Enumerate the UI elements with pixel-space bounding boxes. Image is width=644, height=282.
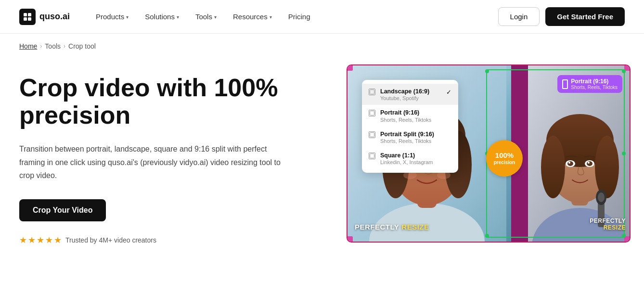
svg-rect-0 [24,13,27,16]
dropdown-portrait-split-label: Portrait Split (9:16) [380,130,434,138]
breadcrumb-tools: Tools [45,42,61,50]
svg-rect-2 [24,17,27,21]
checkmark-icon: ✓ [446,89,451,96]
chevron-down-icon: ▾ [270,14,272,20]
dropdown-portrait-label: Portrait (9:16) [380,109,431,116]
svg-rect-3 [28,17,31,21]
selection-handle-tr [622,69,626,73]
precision-percentage: 100% [495,152,514,160]
selection-handle-br [622,234,626,238]
breadcrumb-sep-2: › [64,43,65,50]
chevron-down-icon: ▾ [214,14,217,20]
dropdown-item-portrait[interactable]: Portrait (9:16) Shorts, Reels, Tiktoks [362,105,458,126]
portrait-badge-sub: Shorts, Reels, Tiktoks [571,85,618,90]
crop-video-button[interactable]: Crop Your Video [19,199,106,221]
login-button[interactable]: Login [498,7,540,26]
star-4: ★ [45,235,53,245]
star-rating: ★ ★ ★ ★ ★ [19,235,62,245]
svg-point-21 [567,161,573,166]
portrait-badge: Portrait (9:16) Shorts, Reels, Tiktoks [557,75,622,93]
dropdown-landscape-sub: Youtube, Spotify [380,95,429,101]
overlay-resize-left: RESIZE [401,223,429,231]
precision-label: precision [494,160,515,165]
selection-handle-bl [485,234,489,238]
breadcrumb-sep-1: › [40,43,42,50]
nav-resources[interactable]: Resources ▾ [226,9,279,25]
checkbox-landscape [369,89,375,95]
nav-pricing[interactable]: Pricing [282,9,317,25]
dropdown-portrait-sub: Shorts, Reels, Tiktoks [380,117,431,123]
selection-handle-mr [622,152,626,155]
svg-point-24 [587,161,592,166]
star-5: ★ [54,235,62,245]
svg-point-28 [598,192,605,202]
dropdown-portrait-split-sub: Shorts, Reels, Tiktoks [380,138,434,144]
nav-links: Products ▾ Solutions ▾ Tools ▾ Resources… [89,9,498,25]
breadcrumb: Home › Tools › Crop tool [0,34,644,55]
logo-text: quso.ai [39,12,70,22]
precision-badge: 100% precision [486,140,523,177]
svg-rect-29 [370,90,374,94]
svg-point-18 [541,136,565,198]
navbar: quso.ai Products ▾ Solutions ▾ Tools ▾ R… [0,0,644,34]
chevron-down-icon: ▾ [177,14,179,20]
svg-point-22 [568,162,570,164]
chevron-down-icon: ▾ [126,14,129,20]
portrait-icon [562,79,568,89]
hero-left: Crop video with 100% precision Transitio… [19,64,318,245]
main-content: Crop video with 100% precision Transitio… [0,55,644,265]
dropdown-item-portrait-split[interactable]: Portrait Split (9:16) Shorts, Reels, Tik… [362,127,458,148]
trust-text: Trusted by 4M+ video creators [65,236,156,244]
svg-rect-1 [28,13,31,16]
checkbox-portrait-split [369,131,375,138]
svg-rect-32 [370,154,374,158]
svg-rect-30 [370,111,374,115]
portrait-badge-title: Portrait (9:16) [571,78,618,85]
dropdown-item-square[interactable]: Square (1:1) Linkedin, X, Instagram [362,148,458,169]
svg-point-19 [595,136,619,198]
dropdown-square-sub: Linkedin, X, Instagram [380,159,433,165]
nav-solutions[interactable]: Solutions ▾ [138,9,186,25]
breadcrumb-current: Crop tool [68,42,96,50]
corner-handle-bl [347,236,353,242]
nav-tools[interactable]: Tools ▾ [189,9,223,25]
preview-container: PERFECTLY RESIZE [347,64,631,243]
checkbox-portrait [369,110,375,116]
star-2: ★ [28,235,36,245]
dropdown-menu[interactable]: Landscape (16:9) Youtube, Spotify ✓ Port… [362,80,458,173]
logo-icon [19,9,36,25]
dropdown-landscape-label: Landscape (16:9) [380,88,429,95]
overlay-text-left: PERFECTLY RESIZE [355,223,429,231]
hero-title: Crop video with 100% precision [19,74,318,129]
dropdown-square-label: Square (1:1) [380,152,433,159]
overlay-text-right: PERFECTLY RESIZE [590,218,626,231]
get-started-button[interactable]: Get Started Free [545,7,625,26]
logo[interactable]: quso.ai [19,9,70,25]
corner-handle-tl [347,65,353,71]
breadcrumb-home[interactable]: Home [19,42,37,50]
svg-point-25 [588,162,590,164]
hero-right: PERFECTLY RESIZE [347,64,631,243]
nav-products[interactable]: Products ▾ [89,9,135,25]
star-3: ★ [37,235,44,245]
dropdown-item-landscape[interactable]: Landscape (16:9) Youtube, Spotify ✓ [362,84,458,105]
svg-rect-31 [370,132,374,137]
star-1: ★ [19,235,27,245]
selection-handle-tl [485,69,489,73]
nav-right: Login Get Started Free [498,7,625,26]
overlay-perfectly-left: PERFECTLY [355,223,399,231]
trust-row: ★ ★ ★ ★ ★ Trusted by 4M+ video creators [19,235,318,245]
hero-description: Transition between portrait, landscape, … [19,142,289,182]
checkbox-square [369,153,375,159]
